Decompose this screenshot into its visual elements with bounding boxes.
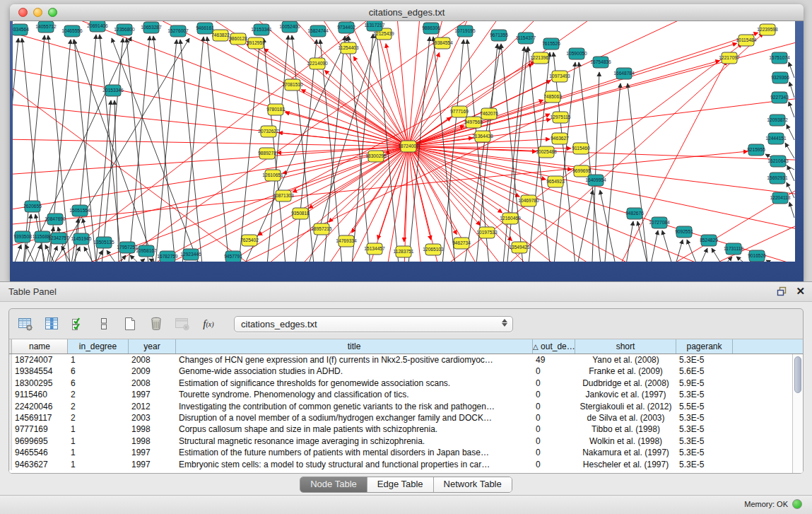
graph-node[interactable]: 9016526 [748, 250, 766, 262]
graph-node[interactable]: 10025488 [536, 146, 557, 158]
graph-node[interactable]: 15824744 [307, 25, 329, 37]
table-vertical-scrollbar[interactable] [792, 354, 803, 474]
graph-node[interactable]: 9889278 [258, 148, 276, 159]
graph-node[interactable]: 18957215 [311, 223, 332, 235]
graph-node[interactable]: 12239598 [757, 24, 778, 35]
column-header-year[interactable]: year [129, 339, 176, 354]
graph-node[interactable]: 9780183 [266, 104, 285, 115]
graph-node[interactable]: 16409954 [585, 175, 606, 186]
graph-node[interactable]: 12153341 [251, 24, 272, 35]
graph-node[interactable]: 9463627 [551, 133, 569, 144]
graph-node[interactable]: 20732627 [258, 126, 279, 137]
graph-node[interactable]: 17957253 [117, 242, 138, 253]
delete-column-button[interactable] [147, 315, 165, 333]
graph-node[interactable]: 7625402 [240, 235, 259, 246]
row-height-button[interactable] [95, 315, 113, 333]
graph-node[interactable]: 10871303 [273, 190, 294, 201]
graph-node[interactable]: 7615526 [542, 38, 560, 49]
graph-node[interactable]: 21364438 [472, 131, 493, 142]
network-graph[interactable]: 18724007 12125439 11254403 12214090 1708… [13, 21, 795, 262]
scrollbar-thumb[interactable] [794, 356, 801, 393]
table-mode-button[interactable] [16, 315, 35, 333]
graph-node[interactable]: 11154377 [516, 33, 536, 44]
window-minimize-button[interactable] [33, 8, 42, 17]
float-window-icon[interactable] [777, 286, 787, 296]
table-source-dropdown[interactable]: citations_edges.txt [234, 316, 513, 332]
graph-node[interactable]: 10465556 [61, 25, 83, 37]
graph-node[interactable]: 15051554 [69, 205, 90, 216]
graph-node[interactable]: 10115484 [736, 35, 757, 46]
graph-node[interactable]: 2620655 [23, 201, 42, 212]
graph-node[interactable]: 12160469 [500, 213, 521, 224]
graph-node[interactable]: 14055712 [35, 21, 57, 33]
graph-node[interactable]: 16210643 [767, 156, 789, 167]
graph-node[interactable]: 8912959 [247, 37, 265, 49]
graph-node[interactable]: 12093872 [767, 115, 788, 126]
column-header-title[interactable]: title [176, 339, 533, 354]
column-header-out_degree[interactable]: △ out_de… [533, 339, 575, 354]
column-header-short[interactable]: short [575, 339, 676, 354]
graph-node[interactable]: 9860128 [229, 33, 247, 45]
graph-node[interactable]: 12923446 [180, 249, 201, 260]
graph-node[interactable]: 11317217 [365, 21, 385, 31]
graph-node[interactable]: 9886306 [422, 23, 440, 34]
graph-node[interactable]: 16782759 [157, 251, 178, 262]
show-columns-button[interactable] [42, 315, 61, 333]
table-row[interactable]: 2242004622012Investigating the contribut… [9, 401, 803, 412]
graph-node[interactable]: 12214090 [307, 58, 328, 69]
graph-node[interactable]: 11283751 [394, 246, 414, 257]
graph-node[interactable]: 14769334 [336, 235, 357, 247]
graph-node[interactable]: 9466161 [196, 23, 214, 34]
window-titlebar[interactable]: citations_edges.txt [10, 4, 804, 21]
graph-node[interactable]: 10469780 [518, 195, 539, 206]
tab-node-table[interactable]: Node Table [300, 477, 367, 492]
graph-node[interactable]: 9734402 [337, 22, 355, 33]
graph-node[interactable]: 12065103 [423, 244, 444, 255]
graph-node[interactable]: 13549423 [509, 242, 530, 253]
graph-node[interactable]: 10653287 [141, 22, 162, 33]
graph-node[interactable]: 9654923 [546, 176, 565, 187]
function-builder-button[interactable]: f(x) [199, 315, 218, 333]
table-row[interactable]: 1872400712008Changes of HCN gene express… [9, 354, 803, 366]
graph-node[interactable]: 12342757 [48, 233, 69, 244]
graph-node[interactable]: 9350818 [291, 208, 310, 219]
graph-node[interactable]: 9777169 [450, 106, 469, 117]
graph-node[interactable]: 15134457 [364, 243, 385, 255]
graph-node[interactable]: 7485063 [543, 91, 562, 103]
table-row[interactable]: 969969511998Structural magnetic resonanc… [9, 436, 803, 447]
graph-node[interactable]: 9393508 [13, 231, 32, 243]
graph-node[interactable]: 18300295 [365, 151, 387, 162]
graph-node[interactable]: 12975115 [551, 112, 571, 123]
network-canvas[interactable]: 18724007 12125439 11254403 12214090 1708… [13, 21, 795, 262]
graph-node[interactable]: 9329366 [771, 72, 789, 83]
graph-node[interactable]: 10847690 [45, 214, 66, 225]
column-header-in_degree[interactable]: in_degree [68, 339, 129, 354]
graph-node[interactable]: 10052400 [279, 21, 300, 33]
graph-node[interactable]: 8524829 [700, 235, 718, 246]
graph-node[interactable]: 7462076 [480, 108, 498, 119]
column-header-name[interactable]: name [12, 339, 68, 354]
select-columns-button[interactable] [69, 315, 87, 333]
graph-node[interactable]: 9115460 [572, 143, 590, 154]
graph-node[interactable]: 12204118 [770, 192, 791, 204]
graph-node[interactable]: 11731118 [724, 243, 743, 255]
new-column-button[interactable] [121, 315, 139, 333]
window-close-button[interactable] [18, 8, 28, 17]
graph-node[interactable]: 9092551 [675, 226, 693, 238]
table-row[interactable]: 1830029562008Estimation of significance … [9, 378, 803, 389]
graph-node[interactable]: 10719195 [454, 25, 476, 37]
graph-node[interactable]: 12444151 [765, 133, 787, 144]
column-header-pagerank[interactable]: pagerank [676, 339, 733, 354]
graph-node[interactable]: 9497568 [464, 117, 483, 128]
graph-node[interactable]: 9462734 [452, 238, 471, 249]
graph-node[interactable]: 12213967 [530, 52, 551, 64]
graph-node[interactable]: 20153346 [102, 85, 124, 96]
graph-node[interactable]: 16754836 [590, 57, 611, 68]
tab-edge-table[interactable]: Edge Table [367, 477, 434, 492]
graph-node[interactable]: 9227343 [770, 92, 789, 103]
tab-network-table[interactable]: Network Table [434, 477, 512, 492]
table-row[interactable]: 1456911722003Disruption of a novel membe… [9, 412, 803, 424]
graph-node[interactable]: 10727084 [649, 217, 670, 228]
table-row[interactable]: 1938455462009Genome-wide association stu… [9, 366, 803, 377]
table-row[interactable]: 946362711997Embryonic stem cells: a mode… [9, 459, 803, 470]
